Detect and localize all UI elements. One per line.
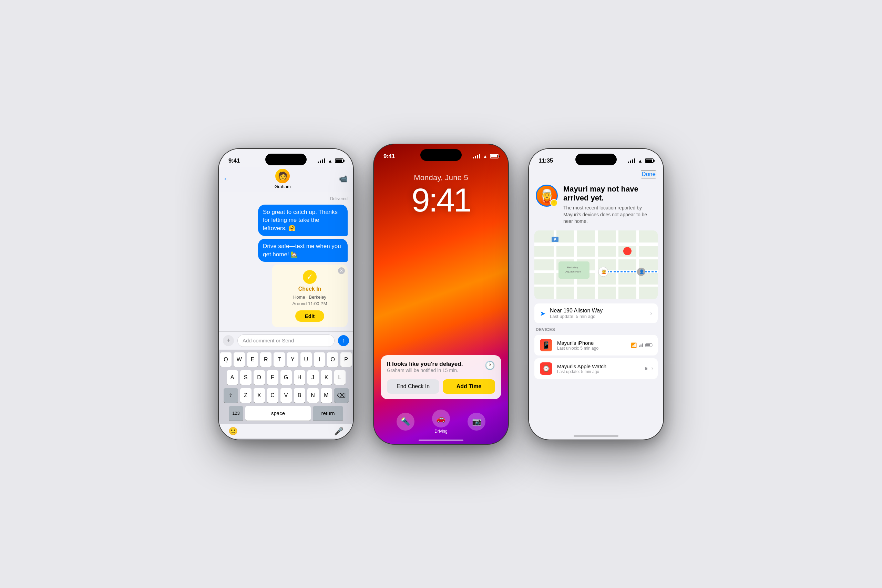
wifi-icon-1: ▲ (328, 158, 333, 164)
phone-1: 9:41 ▲ ‹ (219, 149, 353, 440)
lock-bottom-icons: 🔦 🚗 Driving 📷 (374, 410, 508, 434)
iphone-wifi-icon: 📶 (631, 342, 637, 348)
cell-bar-3 (642, 344, 643, 347)
iphone-battery-fill (646, 344, 650, 346)
lock-signal-bar-3 (477, 155, 478, 159)
lock-signal-bars (473, 154, 480, 159)
dynamic-island-3 (575, 154, 617, 165)
checkin-title: Check In (298, 286, 321, 292)
keyboard-bottom-bar: 🙂 🎤 (220, 424, 352, 438)
devices-section: DEVICES 📱 Mayuri's iPhone Last unlock: 5… (534, 327, 658, 379)
key-s[interactable]: S (240, 370, 252, 385)
signal-bars-3 (628, 159, 635, 163)
map-container: Berkeley Aquatic Park 🧝 👤 P (534, 231, 658, 299)
messages-nav: ‹ 🧑 Graham 📹 (219, 167, 353, 192)
watch-info: Mayuri's Apple Watch Last update: 5 min … (557, 363, 640, 374)
location-name: Near 190 Allston Way (550, 308, 603, 314)
watch-battery (645, 367, 652, 370)
key-y[interactable]: Y (287, 352, 298, 367)
key-t[interactable]: T (273, 352, 285, 367)
key-q[interactable]: Q (220, 352, 231, 367)
chat-area: Delivered So great to catch up. Thanks f… (219, 192, 353, 332)
done-button[interactable]: Done (641, 170, 656, 178)
key-f[interactable]: F (267, 370, 278, 385)
checkin-location: Home · Berkeley Around 11:00 PM (292, 294, 327, 307)
message-input[interactable]: Add comment or Send (237, 334, 334, 347)
key-z[interactable]: Z (240, 388, 252, 403)
key-a[interactable]: A (227, 370, 238, 385)
iphone-info: Mayuri's iPhone Last unlock: 5 min ago (557, 340, 626, 351)
key-return[interactable]: return (313, 406, 343, 421)
key-delete[interactable]: ⌫ (334, 388, 349, 403)
send-button[interactable]: ↑ (338, 335, 349, 346)
location-left: ➤ Near 190 Allston Way Last update: 5 mi… (540, 308, 603, 319)
key-m[interactable]: M (321, 388, 332, 403)
location-card[interactable]: ➤ Near 190 Allston Way Last update: 5 mi… (534, 303, 658, 323)
iphone-cell-signal (639, 344, 643, 347)
key-k[interactable]: K (321, 370, 332, 385)
location-chevron-icon: › (650, 310, 652, 317)
key-l[interactable]: L (334, 370, 346, 385)
watch-name: Mayuri's Apple Watch (557, 363, 640, 369)
phone-3-screen: 11:35 ▲ Done (529, 149, 663, 440)
key-g[interactable]: G (280, 370, 292, 385)
key-o[interactable]: O (327, 352, 338, 367)
signal-bars-1 (318, 159, 325, 163)
emoji-icon[interactable]: 🙂 (228, 427, 238, 436)
back-chevron: ‹ (224, 176, 226, 182)
key-space[interactable]: space (245, 406, 311, 421)
add-time-button[interactable]: Add Time (443, 379, 495, 394)
phone-2-screen: 9:41 ▲ Monday, June 5 9:41 (374, 144, 508, 444)
keyboard-row-2: A S D F G H J K L (220, 370, 352, 385)
status-icons-1: ▲ (318, 158, 344, 164)
battery-1 (335, 159, 344, 163)
cell-bar-2 (640, 345, 642, 347)
driving-mode: 🚗 Driving (432, 410, 450, 434)
phones-container: 9:41 ▲ ‹ (219, 144, 663, 444)
home-indicator-2 (418, 440, 464, 441)
key-b[interactable]: B (294, 388, 305, 403)
key-p[interactable]: P (340, 352, 352, 367)
lock-battery (490, 154, 498, 159)
key-numbers[interactable]: 123 (229, 406, 243, 421)
key-j[interactable]: J (308, 370, 319, 385)
map-svg: Berkeley Aquatic Park 🧝 👤 P (534, 231, 658, 299)
signal-bar-3-1 (628, 162, 629, 163)
key-e[interactable]: E (247, 352, 258, 367)
key-r[interactable]: R (260, 352, 272, 367)
checkin-edit-button[interactable]: Edit (295, 310, 324, 322)
video-call-button[interactable]: 📹 (339, 175, 348, 183)
signal-bar-2 (320, 160, 321, 163)
end-checkin-button[interactable]: End Check In (387, 379, 439, 394)
key-shift[interactable]: ⇧ (224, 388, 238, 403)
key-v[interactable]: V (280, 388, 292, 403)
watch-indicators (645, 367, 652, 370)
signal-bar-3-3 (632, 159, 633, 163)
key-w[interactable]: W (234, 352, 245, 367)
home-indicator-3 (574, 435, 618, 437)
mayuri-text: Mayuri may not have arrived yet. The mos… (563, 184, 656, 225)
lock-status-icons: ▲ (473, 154, 498, 159)
key-i[interactable]: I (314, 352, 325, 367)
key-d[interactable]: D (254, 370, 265, 385)
key-u[interactable]: U (300, 352, 312, 367)
delayed-buttons: End Check In Add Time (387, 379, 495, 394)
microphone-icon[interactable]: 🎤 (334, 427, 344, 436)
iphone-name: Mayuri's iPhone (557, 340, 626, 346)
keyboard: Q W E R T Y U I O P A S D F G H (219, 350, 353, 440)
back-button[interactable]: ‹ (224, 176, 226, 182)
key-x[interactable]: X (254, 388, 265, 403)
battery-fill-3 (646, 159, 652, 162)
input-bar: + Add comment or Send ↑ (219, 332, 353, 350)
dynamic-island-2 (420, 149, 462, 161)
checkin-close-button[interactable]: ✕ (338, 267, 345, 274)
contact-avatar: 🧑 (275, 169, 290, 183)
add-attachment-button[interactable]: + (223, 335, 234, 346)
key-h[interactable]: H (294, 370, 305, 385)
flashlight-button[interactable]: 🔦 (396, 412, 414, 430)
key-n[interactable]: N (308, 388, 319, 403)
iphone-icon: 📱 (540, 339, 552, 351)
camera-button[interactable]: 📷 (468, 412, 486, 430)
driving-icon[interactable]: 🚗 (432, 410, 450, 428)
key-c[interactable]: C (267, 388, 278, 403)
